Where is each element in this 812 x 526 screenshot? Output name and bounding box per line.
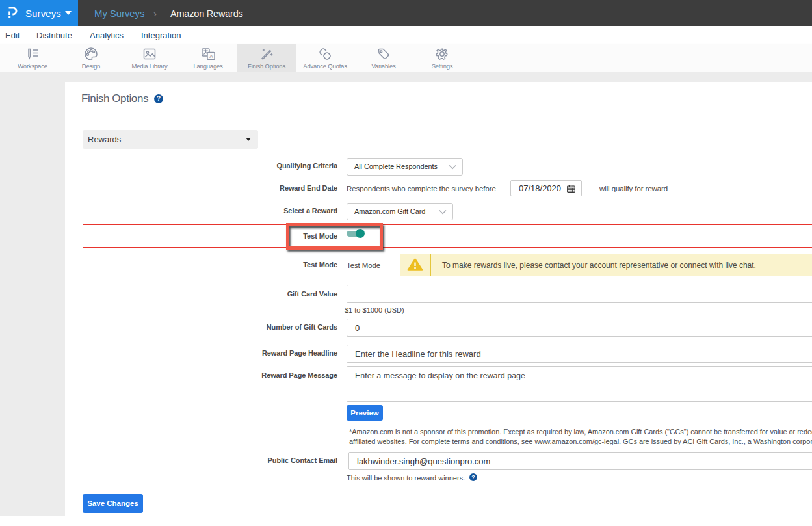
svg-text:A: A <box>209 53 213 59</box>
